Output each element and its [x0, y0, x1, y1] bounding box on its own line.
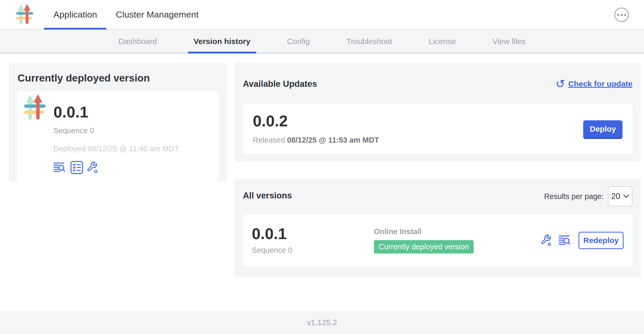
update-version-number: 0.0.2: [253, 113, 379, 129]
subnav-item-dashboard[interactable]: Dashboard: [113, 30, 163, 53]
current-version-sequence: Sequence 0: [53, 126, 179, 135]
console-version: v1.125.2: [307, 318, 337, 327]
update-released-timestamp: Released 08/12/25 @ 11:53 am MDT: [253, 136, 379, 144]
install-type-label: Online Install: [374, 227, 540, 236]
chevron-down-icon: [623, 195, 629, 198]
all-versions-title: All versions: [243, 191, 292, 201]
edit-config-icon[interactable]: [86, 161, 99, 174]
currently-deployed-badge: Currently deployed version: [374, 240, 474, 254]
tab-cluster-management[interactable]: Cluster Management: [106, 0, 208, 29]
preflight-checks-icon[interactable]: [70, 161, 83, 174]
all-versions-card: All versions Results per page: 20 0.0.1 …: [234, 179, 641, 277]
deploy-button[interactable]: Deploy: [583, 120, 623, 138]
results-per-page-label: Results per page:: [544, 192, 604, 201]
tab-application[interactable]: Application: [44, 0, 106, 29]
subnav-item-license[interactable]: License: [423, 30, 461, 53]
release-notes-icon[interactable]: [53, 162, 67, 173]
available-updates-card: Available Updates ↺ Check for update 0.0…: [234, 63, 641, 162]
update-row: 0.0.2 Released 08/12/25 @ 11:53 am MDT D…: [243, 104, 632, 154]
current-version-detail: 0.0.1 Sequence 0 Deployed 08/12/25 @ 11:…: [17, 91, 218, 181]
version-row: 0.0.1 Sequence 0 Online Install Currentl…: [243, 214, 632, 266]
subnav-item-troubleshoot[interactable]: Troubleshoot: [341, 30, 398, 53]
app-logo-icon: [24, 95, 46, 121]
top-navbar: Application Cluster Management: [0, 0, 644, 30]
refresh-icon: ↺: [555, 78, 565, 90]
currently-deployed-card: Currently deployed version 0.0.1 Sequenc…: [9, 63, 227, 181]
subnav-item-view-files[interactable]: View files: [487, 30, 531, 53]
row-version-number: 0.0.1: [252, 226, 374, 242]
app-subnav: Dashboard Version history Config Trouble…: [0, 30, 644, 53]
app-logo-icon: [16, 4, 34, 25]
currently-deployed-title: Currently deployed version: [18, 72, 218, 84]
current-version-number: 0.0.1: [53, 104, 179, 120]
tab-application-label: Application: [53, 9, 97, 20]
release-notes-icon[interactable]: [559, 235, 572, 246]
results-per-page-value: 20: [611, 192, 620, 201]
current-version-deployed-timestamp: Deployed 08/12/25 @ 11:40 am MDT: [53, 144, 179, 153]
subnav-item-config[interactable]: Config: [281, 30, 316, 53]
results-per-page-select[interactable]: 20: [608, 186, 632, 206]
main-content: Currently deployed version 0.0.1 Sequenc…: [0, 53, 644, 311]
tab-cluster-management-label: Cluster Management: [116, 9, 199, 20]
check-for-update-link[interactable]: ↺ Check for update: [555, 78, 632, 90]
ellipsis-menu-icon[interactable]: [614, 8, 629, 22]
row-version-sequence: Sequence 0: [252, 246, 374, 255]
check-for-update-label[interactable]: Check for update: [568, 79, 632, 88]
redeploy-button[interactable]: Redeploy: [578, 232, 624, 249]
available-updates-title: Available Updates: [243, 79, 317, 89]
app-footer: v1.125.2: [0, 311, 644, 334]
edit-config-icon[interactable]: [540, 234, 552, 247]
subnav-item-version-history[interactable]: Version history: [188, 30, 256, 53]
